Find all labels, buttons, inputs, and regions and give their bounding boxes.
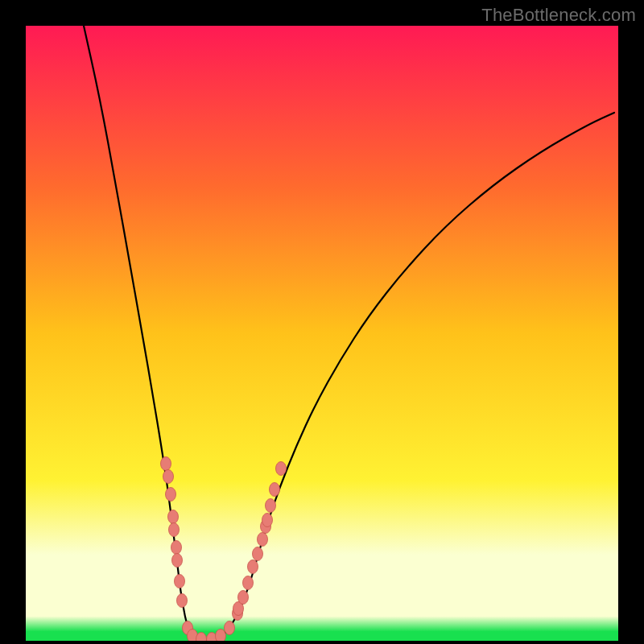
curve-marker (253, 547, 263, 561)
curve-marker (166, 488, 176, 502)
curve-marker (177, 594, 188, 608)
plot-svg (26, 26, 618, 641)
curve-marker (172, 554, 183, 568)
plot-area (26, 26, 618, 641)
chart-frame: TheBottleneck.com (0, 0, 644, 644)
curve-marker (175, 575, 185, 588)
curve-marker (238, 591, 249, 605)
curve-marker (266, 499, 276, 513)
curve-marker (168, 510, 179, 524)
curve-marker (171, 541, 182, 555)
curve-marker (216, 630, 226, 642)
curve-marker (262, 514, 273, 527)
curve-marker (276, 462, 287, 476)
curve-marker (161, 457, 171, 471)
curve-marker (169, 523, 180, 537)
curve-marker (225, 621, 235, 635)
curve-marker (248, 560, 258, 574)
curve-marker (243, 576, 254, 590)
curve-marker (270, 483, 280, 497)
watermark-label: TheBottleneck.com (481, 5, 636, 26)
curve-marker (163, 470, 174, 484)
curve-marker (258, 533, 268, 547)
gradient-background (26, 26, 618, 641)
